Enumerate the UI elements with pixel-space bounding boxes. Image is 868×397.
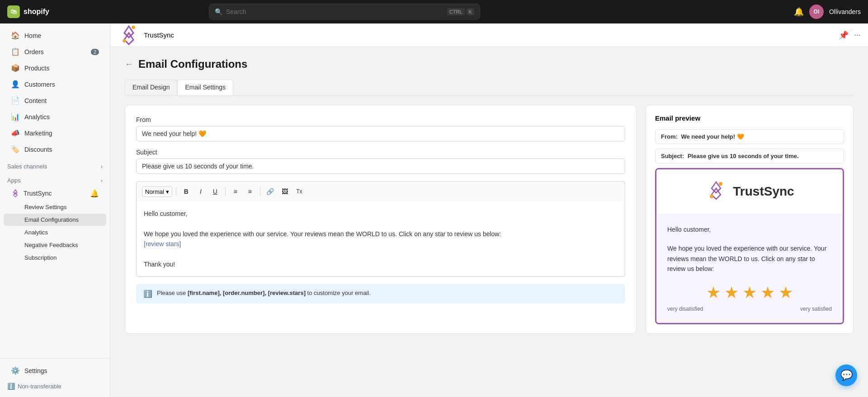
more-icon[interactable]: ··· — [854, 30, 861, 40]
link-button[interactable]: 🔗 — [264, 185, 277, 198]
star-1[interactable]: ★ — [706, 283, 721, 302]
sidebar-sub-item-subscription[interactable]: Subscription — [4, 252, 106, 264]
preview-subject-value: Please give us 10 seconds of your time. — [688, 153, 799, 159]
italic-button[interactable]: I — [194, 185, 207, 198]
sidebar-item-label: Discounts — [24, 146, 52, 153]
page-header: ← Email Configurations — [125, 58, 854, 70]
text-style-select[interactable]: Normal ▾ — [142, 187, 172, 197]
preview-logo-area: TrustSync — [667, 180, 832, 203]
stars-label-left: very disatisfied — [667, 306, 703, 312]
rich-text-editor: Normal ▾ B I U ≡ ≡ 🔗 🖼 — [136, 181, 625, 277]
main-layout: 🏠 Home 📋 Orders 2 📦 Products 👤 Customers… — [0, 23, 868, 397]
from-input[interactable] — [136, 126, 625, 141]
svg-point-4 — [123, 39, 126, 42]
sidebar-item-label: Home — [24, 32, 41, 39]
sidebar-item-label: Analytics — [24, 113, 50, 121]
preview-subject: Subject: Please give us 10 seconds of yo… — [655, 149, 844, 163]
bold-button[interactable]: B — [180, 185, 193, 198]
sidebar-sub-item-email-configurations[interactable]: Email Configurations — [4, 214, 106, 226]
page-title: Email Configurations — [138, 58, 247, 70]
star-2[interactable]: ★ — [724, 283, 739, 302]
notification-bell-icon[interactable]: 🔔 — [794, 7, 804, 17]
form-card: From Subject Normal ▾ — [125, 105, 637, 334]
sidebar-sub-item-analytics[interactable]: Analytics — [4, 226, 106, 238]
clear-format-button[interactable]: Tx — [293, 185, 306, 198]
apps-label: Apps — [7, 177, 21, 184]
avatar[interactable]: Ol — [809, 5, 824, 19]
star-4[interactable]: ★ — [760, 283, 775, 302]
preview-email-body: TrustSync Hello customer, We hope you lo… — [655, 168, 844, 324]
editor-line-1: Hello customer, — [144, 209, 618, 219]
preview-title: Email preview — [655, 114, 844, 122]
sidebar-item-label: Customers — [24, 81, 55, 88]
shopify-logo[interactable]: 🛍 shopify — [7, 5, 49, 18]
sales-channels-header[interactable]: Sales channels › — [0, 158, 110, 172]
image-button[interactable]: 🖼 — [278, 185, 291, 198]
sidebar-item-label: Orders — [24, 48, 44, 56]
preview-email-content: Hello customer, We hope you loved the ex… — [656, 214, 843, 323]
preview-from: From: We need your help! 🧡 — [655, 129, 844, 144]
back-button[interactable]: ← — [125, 60, 133, 69]
preview-subject-label: Subject: — [661, 153, 684, 159]
preview-email-body-line1: Hello customer, — [667, 224, 832, 234]
sidebar-sub-item-review-settings[interactable]: Review Settings — [4, 201, 106, 213]
sidebar-item-customers[interactable]: 👤 Customers — [4, 76, 106, 92]
orders-badge: 2 — [91, 49, 99, 55]
sidebar-item-settings[interactable]: ⚙️ Settings — [4, 363, 106, 378]
sidebar-bottom: ⚙️ Settings ℹ️ Non-transferable — [0, 358, 110, 397]
editor-line-2: We hope you loved the experience with ou… — [144, 229, 618, 239]
sidebar-item-marketing[interactable]: 📣 Marketing — [4, 125, 106, 141]
sales-channels-expand-icon: › — [101, 163, 103, 170]
page-content: ← Email Configurations Email Design Emai… — [110, 47, 868, 397]
k-key: K — [467, 8, 474, 15]
sidebar-item-analytics[interactable]: 📊 Analytics — [4, 109, 106, 125]
content-icon: 📄 — [11, 96, 20, 105]
trustsync-label: TrustSync — [24, 190, 52, 197]
ctrl-key: CTRL — [447, 8, 465, 15]
home-icon: 🏠 — [11, 31, 20, 40]
subject-input[interactable] — [136, 159, 625, 174]
star-5[interactable]: ★ — [778, 283, 793, 302]
chat-button[interactable]: 💬 — [835, 364, 857, 386]
sidebar-item-discounts[interactable]: 🏷️ Discounts — [4, 141, 106, 157]
style-select-chevron: ▾ — [166, 188, 169, 195]
sidebar-item-label: Content — [24, 97, 47, 104]
sidebar-item-home[interactable]: 🏠 Home — [4, 28, 106, 43]
underline-button[interactable]: U — [209, 185, 222, 198]
tab-email-settings[interactable]: Email Settings — [177, 79, 233, 95]
preview-email-body-line2: We hope you loved the experience with ou… — [667, 243, 832, 274]
sidebar-app-trustsync[interactable]: TrustSync 🔔 — [4, 186, 106, 201]
toolbar-divider-3 — [260, 187, 260, 196]
star-3[interactable]: ★ — [742, 283, 757, 302]
svg-point-5 — [132, 25, 135, 29]
stars-row: ★ ★ ★ ★ ★ — [667, 283, 832, 302]
sidebar-item-orders[interactable]: 📋 Orders 2 — [4, 44, 106, 60]
trustsync-bell-icon[interactable]: 🔔 — [90, 189, 99, 198]
toolbar-divider-2 — [225, 187, 226, 196]
tab-bar: Email Design Email Settings — [125, 79, 854, 96]
sidebar-sub-item-negative-feedbacks[interactable]: Negative Feedbacks — [4, 239, 106, 251]
sidebar: 🏠 Home 📋 Orders 2 📦 Products 👤 Customers… — [0, 23, 110, 397]
pin-icon[interactable]: 📌 — [839, 30, 849, 40]
two-column-layout: From Subject Normal ▾ — [125, 105, 854, 334]
unordered-list-button[interactable]: ≡ — [244, 185, 256, 198]
sidebar-item-content[interactable]: 📄 Content — [4, 93, 106, 108]
tab-email-design[interactable]: Email Design — [125, 79, 177, 95]
shopify-logo-text: shopify — [24, 8, 49, 16]
info-icon: ℹ️ — [143, 290, 152, 298]
preview-card: Email preview From: We need your help! 🧡… — [646, 105, 854, 334]
sidebar-item-products[interactable]: 📦 Products — [4, 60, 106, 76]
from-group: From — [136, 116, 625, 141]
search-bar[interactable]: 🔍 CTRL K — [209, 4, 480, 20]
ordered-list-button[interactable]: ≡ — [229, 185, 242, 198]
editor-body[interactable]: Hello customer, We hope you loved the ex… — [136, 201, 625, 277]
review-stars-link[interactable]: [review stars] — [144, 240, 181, 248]
nav-right: 🔔 Ol Ollivanders — [794, 5, 861, 19]
preview-logo-icon — [705, 180, 727, 203]
sales-channels-label: Sales channels — [7, 163, 47, 170]
discounts-icon: 🏷️ — [11, 145, 20, 154]
search-input[interactable] — [226, 8, 443, 15]
apps-header[interactable]: Apps › — [0, 172, 110, 186]
svg-point-8 — [710, 195, 713, 198]
content-area: TrustSync 📌 ··· ← Email Configurations E… — [110, 23, 868, 397]
